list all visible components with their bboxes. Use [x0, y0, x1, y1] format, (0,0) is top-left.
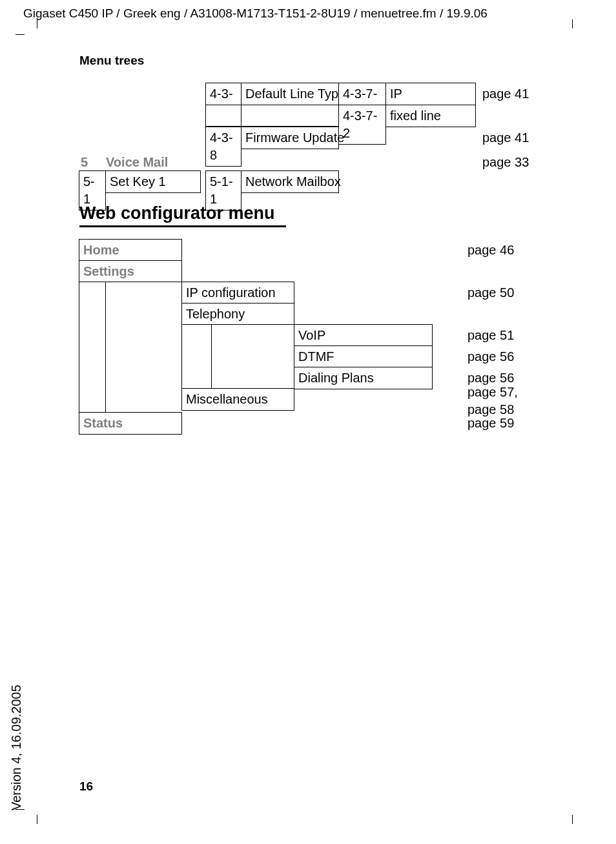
web-voip: VoIP: [294, 324, 433, 347]
section-title: Menu trees: [79, 54, 144, 68]
menu-label-blank1: [241, 105, 339, 127]
web-col1-spacer: [79, 282, 106, 413]
menu-voice-mail: Voice Mail: [106, 154, 168, 171]
menu-code-blank1: [205, 105, 241, 127]
version-text: Version 4, 16.09.2005: [9, 684, 24, 810]
page-ref-56a: page 56: [467, 348, 514, 365]
web-settings: Settings: [79, 260, 182, 283]
menu-label-set-key-1: Set Key 1: [105, 170, 201, 193]
page-ref-51: page 51: [467, 327, 514, 344]
web-ip-configuration: IP configuration: [181, 282, 294, 304]
web-dtmf: DTMF: [294, 345, 433, 368]
menu-code-4-3-8: 4-3-8: [205, 127, 241, 167]
menu-label-default-line-type: Default Line Type: [241, 83, 339, 105]
page-ref-57-58: page 57, page 58: [467, 384, 532, 418]
web-miscellaneous: Miscellaneous: [181, 388, 294, 411]
menu-code-4-3-7-2: 4-3-7-2: [338, 105, 386, 145]
page-ref-41a: page 41: [482, 85, 529, 103]
menu-label-ip: IP: [385, 83, 476, 105]
web-telephony: Telephony: [181, 303, 294, 325]
doc-header: Gigaset C450 IP / Greek eng / A31008-M17…: [23, 6, 593, 21]
menu-label-firmware-update: Firmware Update: [241, 127, 339, 149]
web-col2-spacer: [105, 282, 182, 413]
page-number: 16: [79, 779, 93, 794]
heading-web-configurator: Web configurator menu: [79, 203, 275, 223]
web-dialing-plans: Dialing Plans: [294, 367, 433, 389]
page-ref-59: page 59: [467, 415, 514, 432]
menu-label-fixed-line: fixed line: [385, 105, 476, 127]
web-tel-col2-spacer: [211, 324, 294, 389]
page-ref-41b: page 41: [482, 129, 529, 147]
menu-label-network-mailbox: Network Mailbox: [241, 170, 339, 193]
page-ref-46: page 46: [467, 242, 514, 259]
menu-num-5: 5: [81, 154, 88, 171]
page-ref-50: page 50: [467, 284, 514, 302]
web-tel-col1-spacer: [181, 324, 212, 389]
page-ref-33: page 33: [482, 154, 529, 171]
web-status: Status: [79, 412, 182, 435]
web-home: Home: [79, 239, 182, 262]
